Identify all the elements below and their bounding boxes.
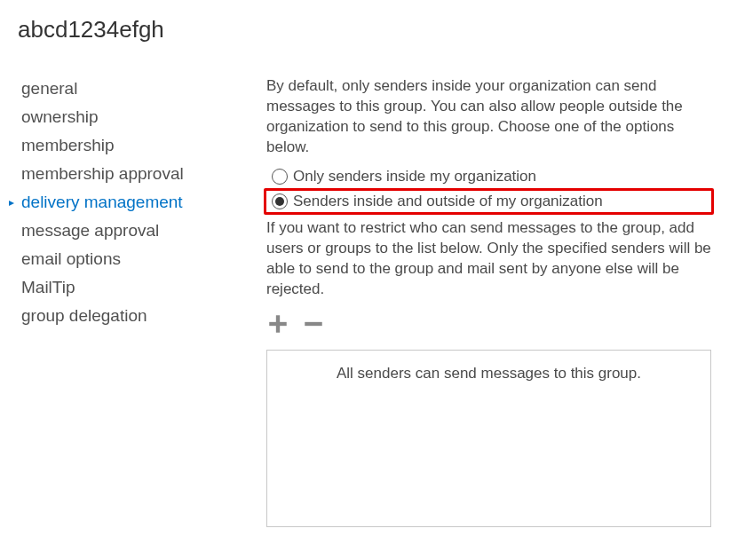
radio-inside-only[interactable]: Only senders inside my organization bbox=[266, 165, 711, 188]
radio-icon bbox=[272, 169, 288, 185]
sidebar-item-group-delegation[interactable]: group delegation bbox=[18, 302, 218, 330]
sidebar-item-label: membership bbox=[18, 136, 115, 155]
sidebar-item-label: general bbox=[18, 79, 77, 99]
page-title: abcd1234efgh bbox=[18, 16, 711, 43]
sidebar-item-label: group delegation bbox=[18, 306, 147, 326]
main-panel: By default, only senders inside your org… bbox=[266, 75, 711, 527]
sidebar-item-label: membership approval bbox=[18, 164, 184, 184]
radio-label: Senders inside and outside of my organiz… bbox=[293, 193, 603, 210]
sidebar-item-label: message approval bbox=[18, 221, 159, 241]
sidebar-item-label: MailTip bbox=[18, 278, 75, 297]
description-text: By default, only senders inside your org… bbox=[266, 76, 711, 158]
sidebar-item-email-options[interactable]: email options bbox=[18, 245, 218, 273]
sidebar-item-general[interactable]: general bbox=[18, 75, 218, 103]
radio-label: Only senders inside my organization bbox=[293, 168, 536, 185]
sidebar-item-label: ownership bbox=[18, 107, 99, 127]
minus-icon bbox=[302, 312, 325, 335]
layout-container: general ownership membership membership … bbox=[18, 75, 711, 527]
sidebar-item-ownership[interactable]: ownership bbox=[18, 103, 218, 131]
radio-dot-icon bbox=[275, 197, 284, 206]
caret-right-icon: ▸ bbox=[9, 196, 14, 209]
sidebar-item-label: email options bbox=[18, 249, 121, 269]
radio-icon bbox=[272, 193, 288, 209]
sidebar-item-message-approval[interactable]: message approval bbox=[18, 217, 218, 245]
sidebar-item-membership-approval[interactable]: membership approval bbox=[18, 160, 218, 188]
sidebar-item-label: delivery management bbox=[18, 193, 183, 212]
remove-button[interactable] bbox=[302, 312, 325, 335]
restrict-note: If you want to restrict who can send mes… bbox=[266, 218, 711, 300]
sidebar: general ownership membership membership … bbox=[18, 75, 218, 527]
sender-list-toolbar bbox=[266, 312, 711, 335]
allowed-senders-list[interactable]: All senders can send messages to this gr… bbox=[266, 350, 711, 527]
sender-radio-group: Only senders inside my organization Send… bbox=[266, 165, 711, 215]
sidebar-item-delivery-management[interactable]: ▸ delivery management bbox=[18, 188, 218, 217]
sidebar-item-mailtip[interactable]: MailTip bbox=[18, 273, 218, 302]
list-placeholder-text: All senders can send messages to this gr… bbox=[337, 365, 641, 382]
sidebar-item-membership[interactable]: membership bbox=[18, 131, 218, 160]
add-button[interactable] bbox=[266, 312, 289, 335]
plus-icon bbox=[266, 312, 289, 335]
radio-inside-and-outside[interactable]: Senders inside and outside of my organiz… bbox=[264, 188, 714, 215]
